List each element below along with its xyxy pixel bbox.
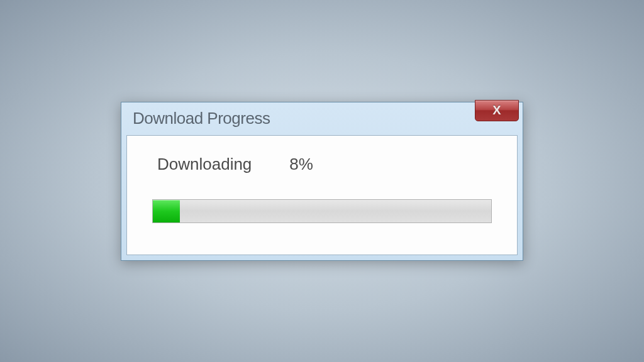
status-percent: 8%	[289, 155, 313, 174]
status-row: Downloading 8%	[152, 155, 492, 174]
progress-fill	[153, 200, 180, 222]
status-label: Downloading	[157, 155, 252, 174]
titlebar[interactable]: Download Progress X	[121, 102, 523, 135]
dialog-content: Downloading 8%	[126, 135, 518, 255]
progress-bar	[152, 199, 492, 223]
dialog-title: Download Progress	[133, 109, 270, 128]
download-progress-dialog: Download Progress X Downloading 8%	[121, 102, 523, 261]
close-button[interactable]: X	[475, 100, 519, 121]
close-icon: X	[492, 103, 501, 118]
